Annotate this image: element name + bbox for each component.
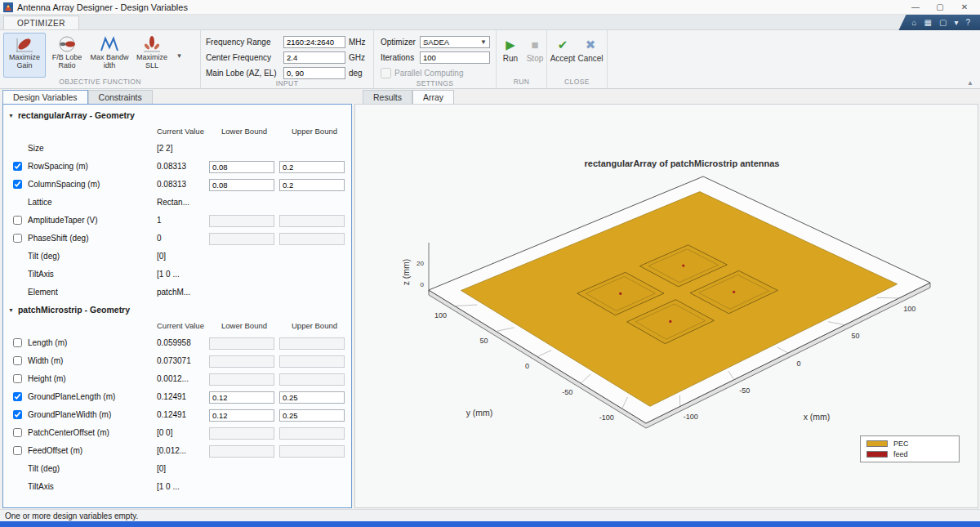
collapse-toolstrip-icon[interactable]: ▲ [967,79,973,87]
pec-surface [461,192,898,407]
variable-checkbox[interactable] [13,410,22,419]
variable-checkbox[interactable] [13,446,22,455]
variable-label: Size [28,144,157,153]
upper-bound-input[interactable] [279,215,345,227]
upper-bound-input[interactable] [279,233,345,245]
variable-label: PatchCenterOffset (m) [28,428,157,437]
tab-results[interactable]: Results [363,90,412,104]
checkbox-cell [7,338,28,347]
collapse-triangle-icon[interactable]: ▼ [8,307,14,313]
dock-icon[interactable]: ▢ [939,19,947,27]
upper-bound-input[interactable] [279,179,345,191]
section-header[interactable]: ▼patchMicrostrip - Geometry [3,301,351,317]
feed-point [733,291,735,293]
lower-bound-input[interactable] [209,391,274,404]
maximize-sll-icon [142,35,162,53]
current-value: 0.0012... [157,374,209,383]
upper-bound-input[interactable] [279,445,345,458]
variable-checkbox[interactable] [13,374,22,383]
upper-bound-input[interactable] [279,409,345,422]
upper-bound-input[interactable] [279,161,345,173]
max-bandwidth-button[interactable]: Max Bandwidth [88,33,131,78]
frequency-range-unit: MHz [349,38,370,47]
accept-button[interactable]: ✔ Accept [549,32,577,78]
variable-row: GroundPlaneWidth (m)0.12491 [3,405,351,423]
accept-label: Accept [550,54,576,63]
axis-tick-label: 50 [479,337,488,345]
maximize-button[interactable]: ▢ [928,0,952,15]
lower-bound-input[interactable] [209,215,274,227]
main-lobe-unit: deg [349,69,370,78]
parallel-computing-checkbox[interactable] [381,68,391,78]
minimize-button[interactable]: — [903,0,928,15]
variable-label: Height (m) [28,374,157,383]
variable-checkbox[interactable] [13,162,22,171]
column-headers: Current ValueLower BoundUpper Bound [3,317,351,333]
lower-bound-input[interactable] [209,161,274,173]
maximize-gain-button[interactable]: MaximizeGain [3,33,46,78]
lower-bound-input[interactable] [209,445,274,458]
center-frequency-input[interactable] [283,51,345,64]
tab-design-variables[interactable]: Design Variables [2,90,88,104]
help-icon[interactable]: ? [965,19,970,27]
variable-label: FeedOffset (m) [28,446,157,455]
variable-checkbox[interactable] [13,180,22,189]
lower-bound-input[interactable] [209,355,274,368]
cancel-button[interactable]: ✖ Cancel [577,32,604,78]
run-button[interactable]: ▶ Run [498,32,523,78]
lower-bound-input[interactable] [209,409,274,422]
tab-array[interactable]: Array [412,90,454,104]
current-value: [0 0] [157,428,209,437]
variable-label: ColumnSpacing (m) [28,180,157,189]
variable-checkbox[interactable] [13,428,22,437]
current-value: 0.08313 [157,180,209,189]
variable-row: Width (m)0.073071 [3,351,351,369]
stop-icon: ■ [531,38,538,51]
layout-icon[interactable]: ▦ [924,19,932,27]
lower-bound-input[interactable] [209,427,274,440]
frequency-range-label: Frequency Range [206,38,283,47]
maximize-sll-button[interactable]: MaximizeSLL [131,33,173,78]
collapse-triangle-icon[interactable]: ▼ [8,113,14,118]
upper-bound-input[interactable] [279,355,345,368]
section-header[interactable]: ▼rectangularArray - Geometry [3,106,351,123]
variable-checkbox[interactable] [13,216,22,225]
checkbox-cell [7,392,28,401]
lower-bound-input[interactable] [209,233,274,245]
lower-bound-input[interactable] [209,373,274,386]
parallel-computing-label: Parallel Computing [394,69,465,78]
main-lobe-input[interactable] [283,67,345,79]
tab-constraints[interactable]: Constraints [88,90,153,104]
variable-label: Lattice [28,198,157,207]
home-icon[interactable]: ⌂ [911,19,916,27]
tab-optimizer[interactable]: OPTIMIZER [3,16,79,29]
current-value: [2 2] [157,144,209,153]
close-button[interactable]: ✕ [952,0,977,15]
variable-checkbox[interactable] [13,356,22,365]
z-axis-label: z (mm) [401,259,411,286]
variable-checkbox[interactable] [13,338,22,347]
minimize-toolstrip-icon[interactable]: ▾ [954,19,958,27]
upper-bound-input[interactable] [279,427,345,440]
lower-bound-input[interactable] [209,179,274,191]
optimizer-dropdown[interactable]: SADEA ▼ [420,36,490,48]
current-value: 0.12491 [157,410,209,419]
variable-label: GroundPlaneWidth (m) [28,410,157,419]
stop-button[interactable]: ■ Stop [523,32,547,78]
objective-gallery-dropdown-icon[interactable]: ▾ [173,33,185,78]
fb-lobe-ratio-button[interactable]: F/B LobeRatio [46,33,88,78]
variable-checkbox[interactable] [13,392,22,401]
upper-bound-input[interactable] [279,373,345,386]
pec-label: PEC [893,440,909,448]
current-value: [0] [157,252,209,261]
y-axis-label: y (mm) [466,408,493,418]
frequency-range-input[interactable] [283,36,345,48]
upper-bound-input[interactable] [279,337,345,350]
variable-checkbox[interactable] [13,234,22,243]
maximize-gain-icon [15,35,34,53]
iterations-input[interactable] [420,51,490,64]
lower-bound-input[interactable] [209,337,274,350]
upper-bound-input[interactable] [279,391,345,404]
center-frequency-unit: GHz [349,53,370,62]
variable-label: Width (m) [28,356,157,365]
